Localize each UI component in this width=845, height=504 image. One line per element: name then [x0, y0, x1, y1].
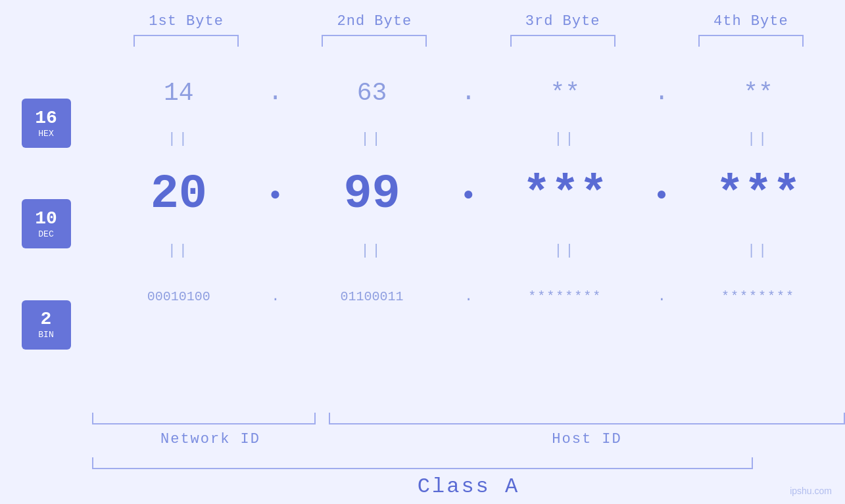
parallel-cell-2a: || — [285, 131, 459, 147]
parallel-icon-4b: || — [747, 242, 769, 259]
hex-badge-num: 16 — [35, 108, 57, 129]
bottom-bracket-row — [92, 405, 845, 424]
badges-column: 16 HEX 10 DEC 2 BIN — [0, 60, 92, 375]
network-bracket-wrap — [92, 413, 316, 424]
byte2-header: 2nd Byte — [280, 13, 468, 30]
parallel-icon-2a: || — [360, 131, 383, 147]
bracket-cell-1 — [92, 35, 280, 47]
main-content-area: 16 HEX 10 DEC 2 BIN 14 . 63 — [0, 60, 845, 405]
byte3-header: 3rd Byte — [469, 13, 657, 30]
bin-dot3: . — [652, 288, 671, 305]
hex-dot3: . — [652, 80, 671, 105]
hex-dot1: . — [266, 80, 285, 105]
hex-badge: 16 HEX — [22, 99, 71, 148]
parallel-icon-3a: || — [554, 131, 576, 147]
dec-b1: 20 — [92, 168, 266, 221]
host-bracket-wrap — [322, 413, 845, 424]
values-grid: 14 . 63 . ** . ** || — [92, 60, 845, 329]
dec-b4: *** — [671, 168, 845, 221]
parallel-cell-4b: || — [671, 242, 845, 259]
parallel-lines-1: || || || || — [92, 126, 845, 152]
bin-badge-label: BIN — [38, 330, 53, 340]
bin-b4: ******** — [671, 289, 845, 304]
bottom-section: Network ID Host ID Class A — [0, 405, 845, 504]
bin-b1: 00010100 — [92, 289, 266, 304]
dec-b3: *** — [479, 168, 652, 221]
byte4-header: 4th Byte — [657, 13, 845, 30]
id-labels-row: Network ID Host ID — [92, 424, 845, 454]
top-bracket-row — [0, 35, 845, 47]
network-bottom-bracket — [92, 413, 316, 424]
dec-badge-label: DEC — [38, 229, 53, 239]
parallel-icon-1a: || — [168, 131, 190, 147]
hex-row: 14 . 63 . ** . ** — [92, 60, 845, 126]
parallel-icon-4a: || — [747, 131, 769, 147]
bin-row: 00010100 . 01100011 . ******** . *******… — [92, 263, 845, 329]
parallel-cell-3b: || — [479, 242, 652, 259]
class-bottom-bracket — [92, 457, 753, 469]
bracket-cell-3 — [469, 35, 657, 47]
parallel-icon-2b: || — [360, 242, 383, 259]
bracket-cell-4 — [657, 35, 845, 47]
main-container: 1st Byte 2nd Byte 3rd Byte 4th Byte 16 H… — [0, 0, 845, 504]
hex-b1: 14 — [92, 79, 266, 107]
dec-badge-num: 10 — [35, 209, 57, 229]
top-bracket-2 — [322, 35, 427, 47]
dec-dot1: ● — [266, 185, 285, 205]
dec-dot2: ● — [459, 185, 479, 205]
network-id-label: Network ID — [99, 431, 322, 447]
hex-b3: ** — [479, 79, 652, 107]
dec-badge: 10 DEC — [22, 199, 71, 248]
top-bracket-4 — [698, 35, 804, 47]
dec-row: 20 ● 99 ● *** ● *** — [92, 152, 845, 237]
bin-dot1: . — [266, 288, 285, 305]
parallel-icon-1b: || — [168, 242, 190, 259]
parallel-cell-1b: || — [92, 242, 266, 259]
byte-headers-row: 1st Byte 2nd Byte 3rd Byte 4th Byte — [0, 13, 845, 30]
bin-badge: 2 BIN — [22, 300, 71, 350]
hex-b2: 63 — [285, 79, 459, 107]
parallel-cell-2b: || — [285, 242, 459, 259]
bin-b3: ******** — [479, 289, 652, 304]
byte1-header: 1st Byte — [92, 13, 280, 30]
hex-b4: ** — [671, 79, 845, 107]
class-bracket-wrap — [92, 457, 753, 469]
bracket-cell-2 — [280, 35, 468, 47]
dec-b2: 99 — [285, 168, 459, 221]
host-bottom-bracket — [329, 413, 845, 424]
bin-b2: 01100011 — [285, 289, 459, 304]
top-bracket-3 — [510, 35, 616, 47]
parallel-cell-3a: || — [479, 131, 652, 147]
bin-badge-num: 2 — [41, 309, 52, 330]
parallel-cell-1a: || — [92, 131, 266, 147]
watermark: ipshu.com — [790, 486, 832, 496]
parallel-lines-2: || || || || — [92, 237, 845, 263]
hex-dot2: . — [459, 80, 479, 105]
host-id-label: Host ID — [329, 431, 845, 447]
class-label: Class A — [92, 469, 845, 504]
top-bracket-1 — [133, 35, 239, 47]
parallel-cell-4a: || — [671, 131, 845, 147]
parallel-icon-3b: || — [554, 242, 576, 259]
hex-badge-label: HEX — [38, 129, 53, 139]
bin-dot2: . — [459, 288, 479, 305]
dec-dot3: ● — [652, 185, 671, 205]
